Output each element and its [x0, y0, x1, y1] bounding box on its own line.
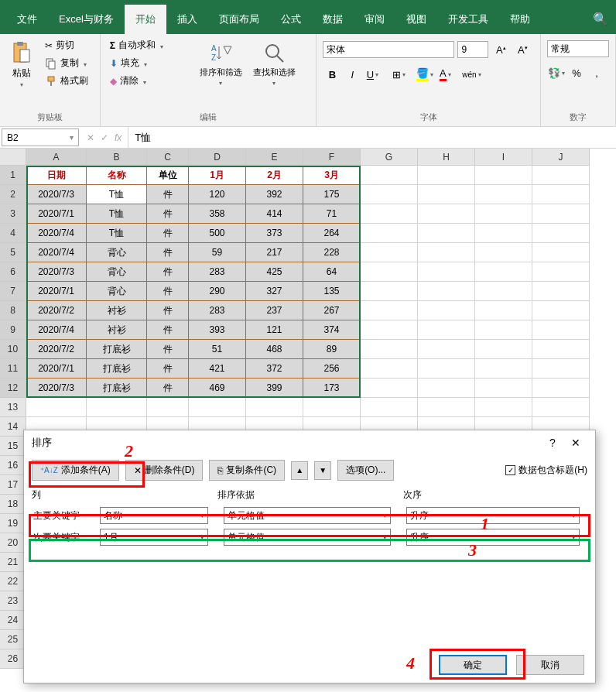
tab-page-layout[interactable]: 页面布局 — [208, 5, 270, 34]
cell-A9[interactable]: 2020/7/4 — [26, 320, 87, 340]
secondary-order-select[interactable]: 升序▾ — [406, 529, 580, 546]
row-header-4[interactable]: 4 — [0, 224, 26, 243]
cell-A7[interactable]: 2020/7/1 — [26, 282, 87, 301]
cell-G6[interactable] — [361, 262, 418, 282]
currency-button[interactable]: 💱 — [547, 63, 566, 82]
tab-formulas[interactable]: 公式 — [270, 5, 312, 34]
cell-I3[interactable] — [475, 204, 532, 224]
cell-D1[interactable]: 1月 — [189, 166, 246, 185]
cell-I2[interactable] — [475, 185, 532, 204]
cell-C4[interactable]: 件 — [147, 224, 189, 243]
bold-button[interactable]: B — [323, 65, 341, 84]
row-header-10[interactable]: 10 — [0, 340, 26, 359]
copy-level-button[interactable]: ⎘复制条件(C) — [209, 460, 285, 481]
cell-G11[interactable] — [361, 359, 418, 379]
row-header-19[interactable]: 19 — [0, 514, 26, 533]
cell-C3[interactable]: 件 — [147, 204, 189, 224]
find-select-button[interactable]: 查找和选择▾ — [250, 37, 299, 108]
font-name-select[interactable] — [323, 41, 454, 58]
cell-F7[interactable]: 135 — [303, 282, 361, 301]
cell-I9[interactable] — [475, 320, 532, 340]
cell-J3[interactable] — [532, 204, 590, 224]
cell-H5[interactable] — [418, 243, 475, 262]
italic-button[interactable]: I — [343, 65, 361, 84]
primary-order-select[interactable]: 升序▾ — [406, 507, 580, 524]
row-header-24[interactable]: 24 — [0, 611, 26, 630]
cell-B12[interactable]: 打底衫 — [87, 379, 147, 398]
copy-button[interactable]: 复制 — [42, 55, 91, 71]
format-painter-button[interactable]: 格式刷 — [42, 73, 91, 89]
cell-B5[interactable]: 背心 — [87, 243, 147, 262]
cell-J12[interactable] — [532, 379, 590, 398]
cell-E2[interactable]: 392 — [246, 185, 303, 204]
cell-D7[interactable]: 290 — [189, 282, 246, 301]
cell-J13[interactable] — [532, 398, 590, 417]
cell-F4[interactable]: 264 — [303, 224, 361, 243]
cell-F2[interactable]: 175 — [303, 185, 361, 204]
cell-A12[interactable]: 2020/7/3 — [26, 379, 87, 398]
cell-A4[interactable]: 2020/7/4 — [26, 224, 87, 243]
cell-A2[interactable]: 2020/7/3 — [26, 185, 87, 204]
row-header-11[interactable]: 11 — [0, 359, 26, 379]
cell-F13[interactable] — [303, 398, 361, 417]
row-header-13[interactable]: 13 — [0, 398, 26, 417]
row-header-15[interactable]: 15 — [0, 437, 26, 456]
cell-E5[interactable]: 217 — [246, 243, 303, 262]
col-header-E[interactable]: E — [246, 149, 303, 166]
tab-developer[interactable]: 开发工具 — [437, 5, 499, 34]
name-box[interactable]: B2▾ — [2, 128, 79, 146]
row-header-8[interactable]: 8 — [0, 301, 26, 320]
cell-C12[interactable]: 件 — [147, 379, 189, 398]
cell-C6[interactable]: 件 — [147, 262, 189, 282]
cell-F1[interactable]: 3月 — [303, 166, 361, 185]
primary-sorton-select[interactable]: 单元格值▾ — [224, 507, 391, 524]
row-header-14[interactable]: 14 — [0, 417, 26, 437]
cell-E8[interactable]: 237 — [246, 301, 303, 320]
col-header-C[interactable]: C — [147, 149, 189, 166]
cell-D3[interactable]: 358 — [189, 204, 246, 224]
row-header-6[interactable]: 6 — [0, 262, 26, 282]
cell-G10[interactable] — [361, 340, 418, 359]
delete-level-button[interactable]: ✕删除条件(D) — [125, 460, 204, 481]
cell-D2[interactable]: 120 — [189, 185, 246, 204]
row-header-21[interactable]: 21 — [0, 553, 26, 572]
cell-J2[interactable] — [532, 185, 590, 204]
font-size-select[interactable] — [457, 41, 488, 58]
row-header-18[interactable]: 18 — [0, 495, 26, 514]
cell-I10[interactable] — [475, 340, 532, 359]
cell-B3[interactable]: T恤 — [87, 204, 147, 224]
row-header-25[interactable]: 25 — [0, 630, 26, 649]
cell-H7[interactable] — [418, 282, 475, 301]
cell-E13[interactable] — [246, 398, 303, 417]
cell-H6[interactable] — [418, 262, 475, 282]
cell-H12[interactable] — [418, 379, 475, 398]
cancel-button[interactable]: 取消 — [516, 655, 584, 675]
cell-C13[interactable] — [147, 398, 189, 417]
cell-J6[interactable] — [532, 262, 590, 282]
cell-D10[interactable]: 51 — [189, 340, 246, 359]
primary-column-select[interactable]: 名称▾ — [100, 507, 208, 524]
percent-button[interactable]: % — [567, 63, 586, 82]
row-header-17[interactable]: 17 — [0, 475, 26, 495]
cell-B9[interactable]: 衬衫 — [87, 320, 147, 340]
cell-A10[interactable]: 2020/7/2 — [26, 340, 87, 359]
phonetic-button[interactable]: wén — [462, 65, 481, 84]
row-header-1[interactable]: 1 — [0, 166, 26, 185]
cell-D9[interactable]: 393 — [189, 320, 246, 340]
tab-excel-finance[interactable]: Excel与财务 — [48, 5, 125, 34]
autosum-button[interactable]: Σ自动求和 — [107, 37, 192, 53]
cell-A5[interactable]: 2020/7/4 — [26, 243, 87, 262]
cell-I8[interactable] — [475, 301, 532, 320]
cell-I6[interactable] — [475, 262, 532, 282]
add-level-button[interactable]: ⁺A↓Z添加条件(A) — [32, 460, 119, 481]
cell-D4[interactable]: 500 — [189, 224, 246, 243]
col-header-D[interactable]: D — [189, 149, 246, 166]
row-header-26[interactable]: 26 — [0, 649, 26, 669]
cell-J10[interactable] — [532, 340, 590, 359]
col-header-F[interactable]: F — [303, 149, 361, 166]
cell-F8[interactable]: 267 — [303, 301, 361, 320]
cell-F6[interactable]: 64 — [303, 262, 361, 282]
cell-B11[interactable]: 打底衫 — [87, 359, 147, 379]
tab-file[interactable]: 文件 — [6, 5, 48, 34]
cell-J4[interactable] — [532, 224, 590, 243]
